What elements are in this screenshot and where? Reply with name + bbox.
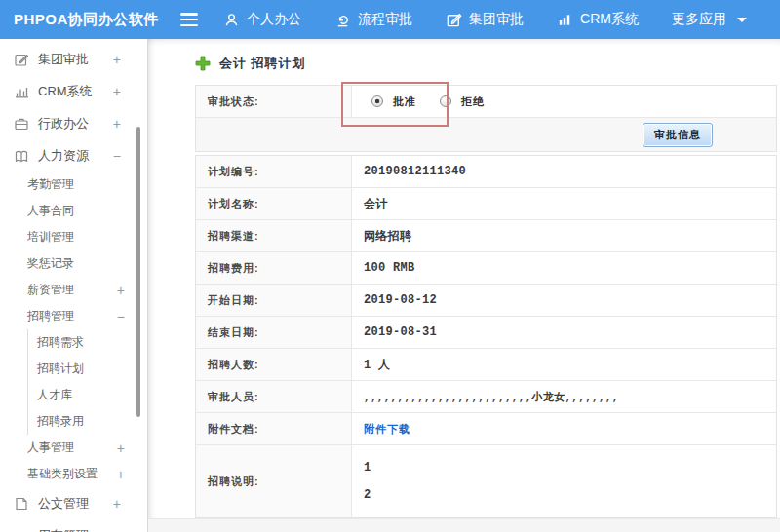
sidebar-label: 行政办公 <box>38 115 89 133</box>
caret-down-icon <box>737 18 747 22</box>
description-line: 2 <box>364 488 371 502</box>
document-icon <box>14 496 29 512</box>
nav-personal-office[interactable]: 个人办公 <box>223 11 301 28</box>
field-value: 1 人 <box>352 349 776 380</box>
sidebar-label: 公文管理 <box>38 495 89 513</box>
radio-group: 批准 拒绝 <box>371 95 498 109</box>
sidebar-item-salary[interactable]: 薪资管理 + <box>0 277 146 303</box>
sidebar-item-training[interactable]: 培训管理 <box>0 224 146 250</box>
expand-icon[interactable]: + <box>113 52 121 67</box>
table-row-plan-name: 计划名称: 会计 <box>196 188 776 220</box>
nav-group-approval[interactable]: 集团审批 <box>446 11 524 28</box>
sidebar-item-recruit-mgmt[interactable]: 招聘管理 − <box>0 303 146 329</box>
field-label: 开始日期: <box>196 285 352 316</box>
field-label: 审批人员: <box>196 381 352 412</box>
sidebar-item-rewards[interactable]: 奖惩记录 <box>0 250 146 277</box>
description-line: 1 <box>364 461 371 475</box>
expand-icon[interactable]: + <box>113 84 121 99</box>
reject-radio-label[interactable]: 拒绝 <box>461 95 485 109</box>
status-row: 审批状态: 批准 拒绝 <box>196 86 776 118</box>
field-label: 计划名称: <box>196 188 352 219</box>
table-row-headcount: 招聘人数: 1 人 <box>196 349 776 381</box>
collapse-icon[interactable]: − <box>117 309 125 324</box>
add-icon <box>195 56 211 71</box>
field-value: 20190812111340 <box>352 156 776 187</box>
bottom-scroll-strip[interactable] <box>148 518 780 532</box>
nav-workflow-approval[interactable]: 流程审批 <box>334 11 412 28</box>
nav-label: 个人办公 <box>247 11 301 28</box>
status-table: 审批状态: 批准 拒绝 审批信息 <box>195 85 777 152</box>
sidebar-item-group-approval[interactable]: 集团审批 + <box>0 43 146 75</box>
status-options: 批准 拒绝 <box>352 86 776 117</box>
expand-icon[interactable]: + <box>117 440 125 456</box>
field-value: 100 RMB <box>352 252 776 284</box>
sidebar-label: 考勤管理 <box>27 176 74 193</box>
sidebar-item-hr[interactable]: 人力资源 − <box>0 139 146 171</box>
button-row: 审批信息 <box>196 118 776 151</box>
sidebar-label: 用车管理 <box>38 527 89 532</box>
sidebar-item-attendance[interactable]: 考勤管理 <box>0 171 146 198</box>
table-row-description: 招聘说明: 1 2 <box>196 445 776 517</box>
expand-icon[interactable]: + <box>117 283 125 298</box>
sidebar: 集团审批 + CRM系统 + 行政办公 + 人力资源 − 考勤管理 <box>0 39 146 532</box>
sidebar-label: CRM系统 <box>38 83 93 100</box>
sidebar-item-hr-contract[interactable]: 人事合同 <box>0 198 146 224</box>
sidebar-label: 招聘管理 <box>27 308 74 324</box>
field-value: ,,,,,,,,,,,,,,,,,,,,,,,,,小龙女,,,,,,,, <box>352 381 776 412</box>
sidebar-item-base-category[interactable]: 基础类别设置 + <box>0 461 146 487</box>
expand-icon[interactable]: + <box>117 467 125 482</box>
sidebar-scrollbar[interactable] <box>136 127 140 417</box>
reject-radio[interactable] <box>440 95 451 107</box>
sidebar-label: 薪资管理 <box>27 282 74 298</box>
sidebar-item-document-mgmt[interactable]: 公文管理 + <box>0 487 146 519</box>
sidebar-item-admin-office[interactable]: 行政办公 + <box>0 107 146 139</box>
top-bar: PHPOA协同办公软件 个人办公 流程审批 <box>0 0 780 39</box>
approve-radio-label[interactable]: 批准 <box>393 95 416 109</box>
field-value: 2019-08-31 <box>352 317 776 348</box>
bar-chart-icon <box>557 12 573 28</box>
approve-radio[interactable] <box>371 95 383 107</box>
sidebar-label: 奖惩记录 <box>27 255 74 272</box>
attachment-download-link[interactable]: 附件下载 <box>364 422 410 437</box>
sidebar-item-recruit-demand[interactable]: 招聘需求 <box>28 329 146 356</box>
nav-label: 更多应用 <box>672 11 726 28</box>
book-icon <box>14 148 29 164</box>
nav-label: CRM系统 <box>580 11 639 28</box>
sidebar-label: 招聘需求 <box>37 334 84 351</box>
edit-square-icon <box>14 52 29 67</box>
expand-icon[interactable]: + <box>113 528 121 532</box>
approval-form: 审批状态: 批准 拒绝 审批信息 计划编号: 20190812111340 <box>195 85 777 518</box>
status-label: 审批状态: <box>196 86 352 117</box>
user-icon <box>223 12 240 28</box>
top-navigation: 个人办公 流程审批 集团审批 CRM系统 <box>223 11 780 28</box>
field-label: 招聘费用: <box>196 252 352 284</box>
field-label: 结束日期: <box>196 317 352 348</box>
field-label: 招聘人数: <box>196 349 352 380</box>
sidebar-item-recruit-hire[interactable]: 招聘录用 <box>28 408 146 435</box>
sidebar-item-crm[interactable]: CRM系统 + <box>0 75 146 107</box>
main-content: 会计 招聘计划 审批状态: 批准 拒绝 审批信息 <box>147 39 780 532</box>
table-row-end-date: 结束日期: 2019-08-31 <box>196 317 776 349</box>
field-label: 招聘渠道: <box>196 220 352 251</box>
nav-crm-system[interactable]: CRM系统 <box>557 11 639 28</box>
menu-icon[interactable] <box>180 13 198 26</box>
approval-info-button[interactable]: 审批信息 <box>643 123 713 147</box>
sidebar-item-vehicle-mgmt[interactable]: 用车管理 + <box>0 519 146 532</box>
field-label: 招聘说明: <box>196 445 352 517</box>
table-row-start-date: 开始日期: 2019-08-12 <box>196 285 776 317</box>
sidebar-item-talent-pool[interactable]: 人才库 <box>28 382 146 408</box>
nav-more-apps[interactable]: 更多应用 <box>672 11 747 28</box>
sidebar-item-recruit-plan[interactable]: 招聘计划 <box>28 356 146 382</box>
table-row-attachment: 附件文档: 附件下载 <box>196 413 776 445</box>
sidebar-label: 人才库 <box>37 387 72 403</box>
expand-icon[interactable]: + <box>113 496 121 512</box>
edit-square-icon <box>446 12 462 28</box>
page-title: 会计 招聘计划 <box>219 55 306 72</box>
table-row-plan-no: 计划编号: 20190812111340 <box>196 156 776 188</box>
sidebar-recruit-submenu: 招聘需求 招聘计划 人才库 招聘录用 <box>27 329 146 435</box>
sidebar-item-personnel-mgmt[interactable]: 人事管理 + <box>0 435 146 461</box>
expand-icon[interactable]: + <box>113 116 121 132</box>
collapse-icon[interactable]: − <box>113 148 121 164</box>
briefcase-icon <box>14 116 29 132</box>
car-icon <box>14 528 29 532</box>
